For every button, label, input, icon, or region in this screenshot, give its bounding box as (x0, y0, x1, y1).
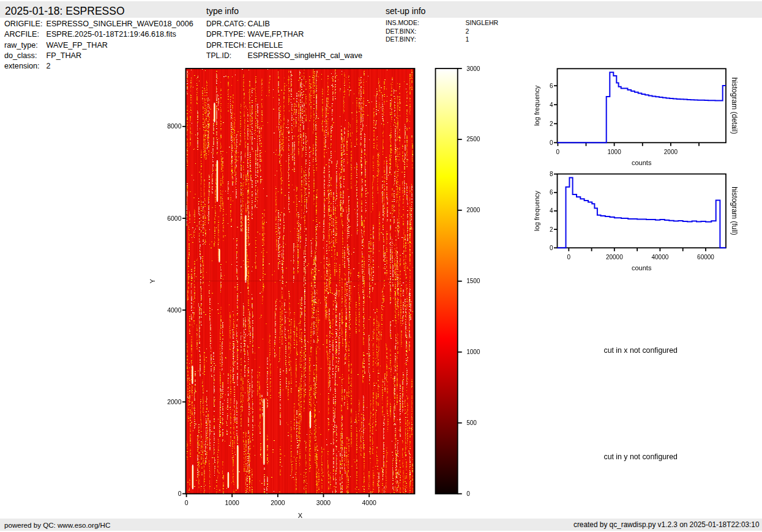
svg-text:2000: 2000 (167, 398, 182, 405)
svg-text:4000: 4000 (362, 499, 377, 506)
svg-text:2000: 2000 (466, 207, 480, 213)
svg-text:2: 2 (550, 120, 553, 127)
svg-text:4: 4 (550, 207, 553, 214)
svg-text:Y: Y (149, 278, 157, 283)
svg-text:histogram (detail): histogram (detail) (730, 77, 739, 134)
svg-text:2000: 2000 (271, 499, 285, 506)
svg-text:1500: 1500 (466, 278, 480, 284)
svg-text:0: 0 (178, 490, 182, 497)
svg-text:0: 0 (567, 254, 571, 260)
svg-text:cut in y not configured: cut in y not configured (604, 453, 678, 461)
svg-text:8000: 8000 (167, 122, 182, 130)
svg-text:counts: counts (632, 264, 652, 272)
svg-text:log frequency: log frequency (533, 85, 540, 126)
svg-text:6000: 6000 (167, 215, 182, 222)
svg-text:8: 8 (550, 171, 553, 177)
svg-text:0: 0 (185, 499, 189, 506)
svg-text:2000: 2000 (664, 149, 678, 155)
svg-text:X: X (298, 512, 303, 519)
svg-text:1000: 1000 (607, 149, 621, 155)
svg-text:4000: 4000 (167, 306, 182, 314)
svg-text:0: 0 (550, 139, 553, 146)
svg-text:2: 2 (550, 226, 553, 233)
svg-text:20000: 20000 (606, 254, 623, 260)
svg-text:0: 0 (556, 149, 560, 155)
svg-text:6: 6 (550, 83, 553, 89)
svg-text:2500: 2500 (466, 136, 480, 142)
svg-text:0: 0 (466, 490, 470, 497)
svg-text:counts: counts (632, 159, 652, 166)
svg-text:log frequency: log frequency (533, 190, 540, 231)
svg-text:3000: 3000 (316, 499, 331, 506)
svg-text:3000: 3000 (466, 65, 480, 72)
svg-text:60000: 60000 (697, 254, 714, 260)
svg-text:500: 500 (466, 419, 477, 426)
svg-text:1000: 1000 (466, 349, 480, 355)
svg-text:40000: 40000 (651, 254, 668, 260)
svg-text:4: 4 (550, 102, 553, 108)
svg-text:0: 0 (550, 245, 553, 251)
svg-text:6: 6 (550, 189, 553, 196)
svg-text:histogram (full): histogram (full) (730, 187, 739, 235)
svg-text:cut in x not configured: cut in x not configured (604, 346, 678, 355)
svg-text:1000: 1000 (225, 499, 240, 506)
